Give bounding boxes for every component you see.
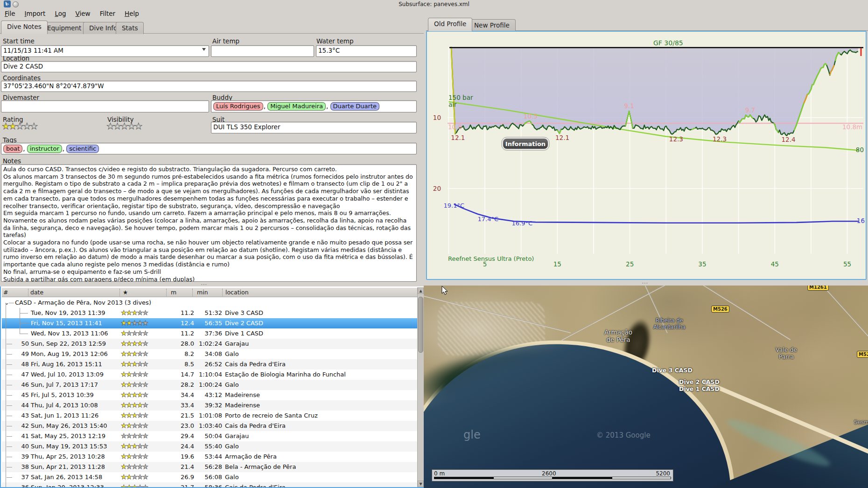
notes-textarea[interactable]: Aula do curso CASD. Transectos c/video e… [1, 164, 417, 282]
dive-row[interactable]: 43Sat, Jun 1, 2013 11:26★★★★★21.51:01:08… [2, 411, 417, 421]
dive-row[interactable]: Wed, Nov 13, 2013 11:06★★★★★11.237:36Div… [2, 328, 417, 339]
water-temp-field[interactable]: 15.3°C [316, 45, 417, 57]
column-header-date[interactable]: date [28, 289, 43, 296]
profile-plot: GF 30/85150 barair8016102010.810.8m51525… [427, 32, 866, 279]
star-icon: ★ [137, 391, 143, 398]
start-time-combobox[interactable]: 11/15/13 11:41 AM [1, 45, 209, 57]
dive-row[interactable]: 48Fri, Aug 16, 2013 15:11★★★★★8.526:52Ca… [2, 359, 417, 369]
dive-row[interactable]: 37Sat, Jan 26, 2013 14:58★★★★★26.956:08G… [2, 472, 417, 482]
scale-max: 5200 [656, 470, 670, 477]
dive-location: Estação de Biologia Marinha do Funchal [225, 371, 346, 378]
dive-row[interactable]: Fri, Nov 15, 2013 11:41★★★★★12.456:35Div… [2, 318, 417, 328]
column-header-min[interactable]: min [192, 289, 208, 296]
pill-instructor[interactable]: instructor [27, 145, 62, 153]
dive-row[interactable]: 38Sun, Apr 21, 2013 11:28★★★★★21.456:28B… [2, 462, 417, 472]
dive-profile-chart[interactable]: GF 30/85150 barair8016102010.810.8m51525… [426, 31, 867, 280]
dive-row[interactable]: 39Thu, Apr 25, 2013 10:28★★★★★19.653:44A… [2, 452, 417, 462]
menu-filter[interactable]: Filter [95, 8, 120, 19]
star-icon: ★ [121, 401, 126, 409]
star-icon: ★ [142, 473, 148, 481]
divemaster-field[interactable] [1, 100, 209, 112]
pill-luís-rodrigues[interactable]: Luís Rodrigues [213, 102, 263, 111]
air-temp-field[interactable] [211, 45, 314, 57]
visibility-stars[interactable]: ★★★★★ [106, 122, 141, 131]
svg-text:10.5: 10.5 [524, 112, 538, 120]
dive-row[interactable]: 46Sun, Jul 7, 2013 17:17★★★★★28.21:00:24… [2, 380, 417, 390]
pill-miguel-madureira[interactable]: Miguel Madureira [267, 102, 326, 111]
menu-help[interactable]: Help [120, 8, 144, 19]
dive-row[interactable]: 40Sun, May 19, 2013 15:53★★★★★24.455:40G… [2, 441, 417, 452]
tags-field[interactable]: boat, instructor, scientific [1, 143, 417, 154]
dive-row[interactable]: Tue, Nov 19, 2013 11:39★★★★★11.251:32Div… [2, 308, 417, 318]
map-label-sesmarias: Sesmarias [854, 419, 868, 425]
dive-site-map[interactable]: Ribeira de AlcantarilhaArmação de PêraVa… [424, 286, 868, 488]
dive-depth: 29.4 [167, 432, 194, 439]
dive-row[interactable]: 41Sat, May 25, 2013 12:19★★★★★29.450:04G… [2, 431, 417, 441]
tab-old-profile[interactable]: Old Profile [428, 18, 472, 31]
title-bar[interactable]: ⛷ Subsurface: paneves.xml [0, 0, 868, 8]
dive-row[interactable]: 45Fri, Jul 5, 2013 10:39★★★★★34.443:12Ma… [2, 390, 417, 400]
svg-text:12.4: 12.4 [782, 136, 796, 143]
star-icon: ★ [132, 411, 137, 419]
rating-stars[interactable]: ★★★★★ [2, 122, 37, 131]
star-icon: ★ [106, 121, 113, 131]
star-icon: ★ [142, 340, 148, 347]
pill-boat[interactable]: boat [3, 145, 22, 153]
tab-equipment[interactable]: Equipment [41, 22, 87, 34]
pill-scientific[interactable]: scientific [66, 145, 99, 153]
star-icon: ★ [121, 309, 126, 316]
star-icon: ★ [142, 329, 148, 337]
column-header-location[interactable]: location [222, 289, 249, 296]
menu-view[interactable]: View [71, 8, 95, 19]
dive-row[interactable]: 36Sun, Jan 20, 2013 12:33★★★★★21.758:36C… [2, 482, 417, 488]
star-icon: ★ [137, 411, 143, 419]
dive-date: Thu, Jul 4, 2013 10:08 [31, 402, 120, 409]
dive-rating: ★★★★★ [121, 442, 168, 450]
tab-dive-notes[interactable]: Dive Notes [1, 21, 48, 34]
dive-row[interactable]: 50Sun, Sep 22, 2013 12:59★★★★★28.01:02:2… [2, 339, 417, 349]
dive-depth: 12.4 [167, 320, 194, 327]
dive-location: Galo [225, 474, 239, 481]
column-header-num[interactable]: # [2, 289, 8, 296]
notes-label: Notes [3, 157, 21, 165]
dive-duration: 56:28 [194, 463, 222, 470]
menu-import[interactable]: Import [20, 8, 50, 19]
dive-depth: 11.2 [167, 330, 194, 337]
star-icon: ★ [126, 463, 132, 470]
scroll-down-button[interactable]: ▼ [418, 481, 424, 487]
map-scale-bar: 0 m 2600 5200 [432, 469, 673, 481]
location-field[interactable]: Dive 2 CASD [1, 61, 417, 72]
column-header-m[interactable]: m [166, 289, 176, 296]
star-icon: ★ [142, 401, 148, 409]
star-icon: ★ [132, 340, 137, 347]
tab-stats[interactable]: Stats [116, 22, 144, 34]
buddy-field[interactable]: Luís Rodrigues, Miguel Madureira, Duarte… [211, 100, 417, 112]
scroll-up-button[interactable]: ▲ [418, 287, 424, 294]
menu-log[interactable]: Log [50, 8, 70, 19]
trip-row[interactable]: ⌄CASD - Armação de Pêra, Nov 2013 (3 div… [2, 298, 417, 308]
dive-row[interactable]: 42Sun, May 26, 2013 15:40★★★★★23.01:03:4… [2, 421, 417, 431]
svg-text:Reefnet Sensus Ultra (Preto): Reefnet Sensus Ultra (Preto) [448, 255, 534, 262]
suit-field[interactable]: DUI TLS 350 Explorer [211, 122, 417, 133]
dive-row[interactable]: 44Thu, Jul 4, 2013 10:08★★★★★33.439:32Ma… [2, 400, 417, 411]
star-icon: ★ [121, 391, 126, 398]
coordinates-field[interactable]: 37°05'23.460"N 8°20'47.879"W [1, 81, 417, 92]
star-icon: ★ [132, 381, 137, 388]
tab-new-profile[interactable]: New Profile [468, 19, 516, 31]
column-header-stars[interactable]: ★ [119, 289, 128, 296]
dive-list-scrollbar[interactable]: ▲ ▼ [417, 287, 424, 487]
pill-duarte-duarte[interactable]: Duarte Duarte [330, 102, 379, 111]
star-icon: ★ [132, 329, 137, 337]
menu-file[interactable]: File [0, 8, 20, 19]
star-icon: ★ [132, 473, 137, 481]
dive-list-header[interactable]: #date★mminlocation [2, 288, 417, 297]
dive-depth: 19.6 [167, 453, 194, 460]
star-icon: ★ [126, 381, 132, 388]
star-icon: ★ [142, 483, 148, 488]
star-icon: ★ [121, 360, 126, 368]
dive-row[interactable]: 49Mon, Aug 19, 2013 12:06★★★★★8.234:08Ga… [2, 349, 417, 359]
scrollbar-thumb[interactable] [418, 297, 423, 353]
dive-depth: 21.4 [167, 463, 194, 470]
dive-rating: ★★★★★ [121, 329, 168, 337]
dive-row[interactable]: 47Wed, Jul 10, 2013 13:09★★★★★14.71:10:0… [2, 369, 417, 380]
